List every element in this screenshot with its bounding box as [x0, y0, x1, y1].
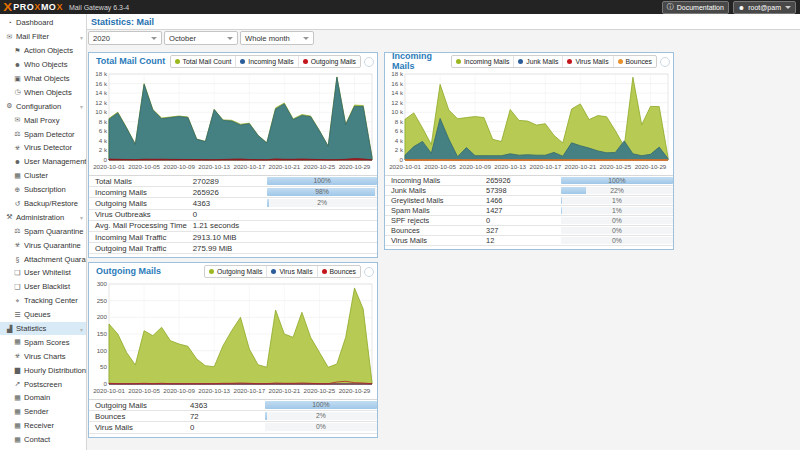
svg-text:2020-10-01: 2020-10-01: [389, 163, 421, 170]
legend-item-bounces: Bounces: [613, 56, 656, 67]
sidebar-item-label: Spam Quarantine: [24, 227, 84, 236]
svg-text:150: 150: [97, 330, 108, 337]
stat-value: 0: [187, 209, 261, 220]
dashboard-icon: ◔: [5, 19, 14, 26]
stat-bar-cell: [261, 220, 377, 231]
sidebar-item-configuration[interactable]: ⚙Configuration▾: [0, 99, 86, 113]
sidebar-item-label: What Objects: [24, 74, 70, 83]
stat-row: Outgoing Mails43632%: [89, 198, 377, 209]
incoming-mails-chart-area: 02 k4 k6 k8 k10 k12 k14 k16 k18 k2020-10…: [385, 69, 673, 173]
sidebar-item-label: Mail Filter: [16, 32, 49, 41]
sidebar-item-receiver[interactable]: ▦Receiver: [0, 419, 86, 433]
user-menu-button[interactable]: ☻ root@pam: [733, 1, 796, 14]
year-select[interactable]: 2020: [88, 31, 162, 45]
stat-bar-percent: 0%: [561, 227, 673, 234]
stat-bar-cell: 2%: [261, 198, 377, 209]
sidebar-item-user-whitelist[interactable]: ❏User Whitelist: [0, 266, 86, 280]
mail-filter-icon: ✉: [5, 33, 14, 41]
timespan-select[interactable]: Whole month: [240, 31, 314, 45]
legend-label: Outgoing Mails: [217, 268, 262, 275]
sidebar-item-tracking-center[interactable]: ⌖Tracking Center: [0, 294, 86, 308]
sidebar-item-statistics[interactable]: ▟Statistics▾: [0, 322, 86, 336]
sidebar-item-spam-quarantine[interactable]: ⚖Spam Quarantine: [0, 224, 86, 238]
sidebar-item-when-objects[interactable]: ◷When Objects: [0, 85, 86, 99]
when-objects-icon: ◷: [13, 88, 22, 96]
stat-label: Outgoing Mail Traffic: [89, 243, 187, 254]
stat-bar-percent: 0%: [265, 424, 377, 431]
stat-bar-cell: [261, 209, 377, 220]
svg-text:200: 200: [97, 313, 108, 320]
stat-bar-percent: 100%: [267, 178, 377, 185]
stat-row: Incoming Mail Traffic2913.10 MiB: [89, 231, 377, 242]
sidebar-item-virus-quarantine[interactable]: ☣Virus Quarantine: [0, 238, 86, 252]
sidebar-item-subscription[interactable]: ⊕Subscription: [0, 183, 86, 197]
sidebar-item-spam-detector[interactable]: ⚖Spam Detector: [0, 127, 86, 141]
sidebar-item-label: User Management: [24, 157, 86, 166]
sidebar-item-postscreen[interactable]: ↗Postscreen: [0, 377, 86, 391]
stat-value: 270289: [187, 176, 261, 187]
sidebar-item-spam-scores[interactable]: ▦Spam Scores: [0, 335, 86, 349]
collapse-chevron-icon[interactable]: ▾: [80, 214, 83, 221]
panel-header: Total Mail Count Total Mail CountIncomin…: [89, 53, 377, 69]
svg-text:2 k: 2 k: [395, 146, 404, 153]
sidebar-item-mail-proxy[interactable]: ✉Mail Proxy: [0, 113, 86, 127]
sidebar-item-backup-restore[interactable]: ↺Backup/Restore: [0, 197, 86, 211]
sidebar-item-action-objects[interactable]: ⚑Action Objects: [0, 44, 86, 58]
collapse-chevron-icon[interactable]: ▾: [80, 103, 83, 110]
stat-row: Outgoing Mail Traffic275.99 MiB: [89, 243, 377, 254]
panel-header: Incoming Mails Incoming MailsJunk MailsV…: [385, 53, 673, 69]
stat-row: Virus Mails00%: [89, 422, 377, 433]
sidebar-item-who-objects[interactable]: ☻Who Objects: [0, 58, 86, 72]
sidebar-item-label: Contact: [24, 435, 50, 444]
sidebar-item-virus-detector[interactable]: ☣Virus Detector: [0, 141, 86, 155]
product-version: Mail Gateway 6.3-4: [69, 4, 129, 11]
stat-bar-cell: 100%: [555, 176, 673, 186]
stat-value: 1427: [480, 206, 555, 216]
sidebar-item-queues[interactable]: ☰Queues: [0, 308, 86, 322]
sidebar-item-user-management[interactable]: ☻User Management: [0, 155, 86, 169]
svg-text:100: 100: [97, 347, 108, 354]
month-select[interactable]: October: [164, 31, 238, 45]
stat-bar: 2%: [265, 412, 377, 420]
stat-value: 265926: [480, 176, 555, 186]
stat-bar-cell: 0%: [555, 226, 673, 236]
sidebar-item-user-blacklist[interactable]: ❑User Blacklist: [0, 280, 86, 294]
svg-text:18 k: 18 k: [95, 70, 108, 77]
sidebar-item-label: Virus Quarantine: [24, 241, 81, 250]
stat-value: 265926: [187, 187, 261, 198]
svg-text:14 k: 14 k: [95, 89, 108, 96]
stat-row: Avg. Mail Processing Time1.21 seconds: [89, 220, 377, 231]
collapse-chevron-icon[interactable]: ▾: [80, 34, 83, 41]
chevron-down-icon: [303, 37, 309, 40]
sidebar-item-label: Postscreen: [24, 380, 62, 389]
stat-bar-percent: 0%: [561, 237, 673, 244]
main-content: Statistics: Mail 2020 October Whole mont…: [87, 14, 800, 450]
sidebar-item-mail-filter[interactable]: ✉Mail Filter▾: [0, 30, 86, 44]
incoming-mails-dot-icon: [456, 59, 461, 64]
sidebar-item-contact[interactable]: ▦Contact: [0, 433, 86, 447]
legend-item-junk-mails: Junk Mails: [513, 56, 562, 67]
sidebar-item-sender[interactable]: ▦Sender: [0, 405, 86, 419]
sidebar-item-administration[interactable]: ⚒Administration▾: [0, 210, 86, 224]
stat-row: Bounces722%: [89, 411, 377, 422]
documentation-button[interactable]: ⓘ Documentation: [662, 1, 729, 14]
collapse-chevron-icon[interactable]: ▾: [80, 326, 83, 333]
sidebar-item-what-objects[interactable]: ▣What Objects: [0, 72, 86, 86]
legend-item-virus-mails: Virus Mails: [562, 56, 612, 67]
queues-icon: ☰: [13, 311, 22, 319]
svg-text:2020-10-05: 2020-10-05: [128, 387, 160, 394]
user-label: root@pam: [748, 4, 781, 11]
sidebar-item-virus-charts[interactable]: ☣Virus Charts: [0, 349, 86, 363]
tracking-center-icon: ⌖: [13, 297, 22, 305]
sidebar-item-domain[interactable]: ▦Domain: [0, 391, 86, 405]
sidebar-item-hourly-distribution[interactable]: ▆Hourly Distribution: [0, 363, 86, 377]
who-objects-icon: ☻: [13, 61, 22, 68]
sidebar-item-cluster[interactable]: ▦Cluster: [0, 169, 86, 183]
svg-text:2020-10-13: 2020-10-13: [198, 163, 230, 170]
sidebar-item-dashboard[interactable]: ◔Dashboard: [0, 16, 86, 30]
stat-bar-cell: [261, 243, 377, 254]
user-blacklist-icon: ❑: [13, 283, 22, 291]
virus-mails-dot-icon: [271, 269, 276, 274]
stat-value: 2913.10 MiB: [187, 231, 261, 242]
sidebar-item-attachment-quarantine[interactable]: §Attachment Quarantine: [0, 252, 86, 266]
